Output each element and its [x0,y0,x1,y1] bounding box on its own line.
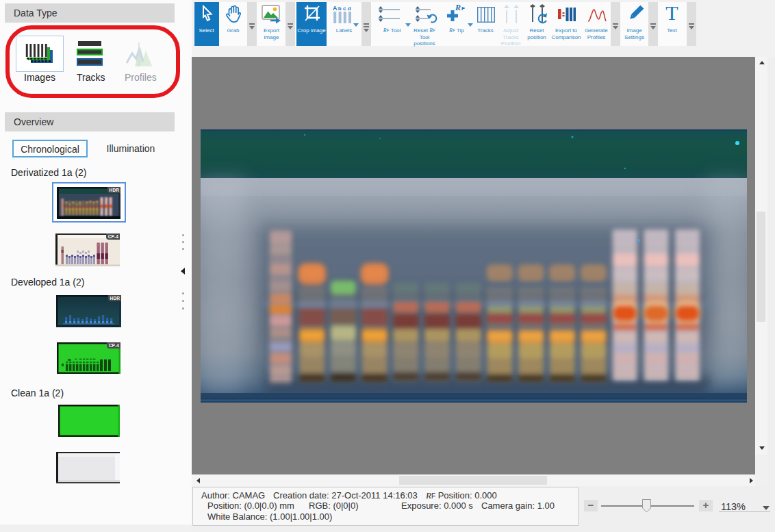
svg-text:b: b [338,5,342,12]
svg-text:R: R [455,3,461,12]
svg-text:d: d [348,5,351,12]
svg-text:c: c [343,5,346,12]
svg-text:F: F [461,5,465,12]
svg-text:A: A [333,5,338,12]
